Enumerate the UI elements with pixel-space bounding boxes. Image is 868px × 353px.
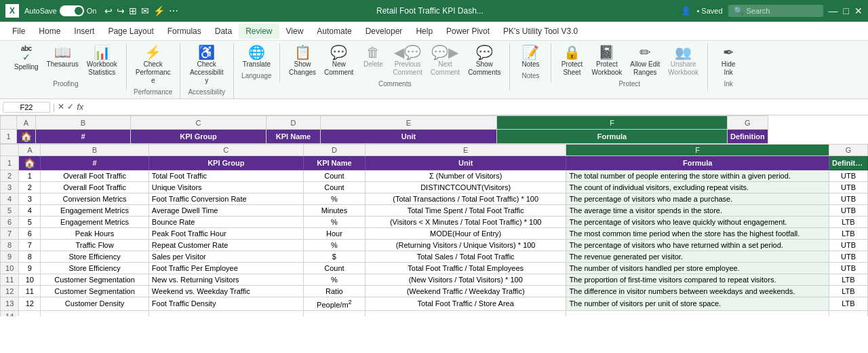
cell-6-b[interactable]: Engagement Metrics <box>41 217 149 228</box>
col-a-header[interactable]: A <box>19 145 41 156</box>
cell-reference-input[interactable]: F22 <box>3 102 50 113</box>
cell-8-a[interactable]: 7 <box>19 240 41 251</box>
table-row[interactable]: 43Conversion MetricsFoot Traffic Convers… <box>1 193 868 205</box>
menu-item-formulas[interactable]: Formulas <box>161 24 208 39</box>
cell-4-f[interactable]: The percentage of visitors who made a pu… <box>566 193 829 205</box>
cell-12-f[interactable]: The difference in visitor numbers betwee… <box>566 286 829 297</box>
more-tools-icon[interactable]: ⋯ <box>169 5 178 16</box>
cell-5-f[interactable]: The average time a visitor spends in the… <box>566 205 829 217</box>
cell-9-c[interactable]: Sales per Visitor <box>149 251 303 263</box>
thesaurus-button[interactable]: 📖 Thesaurus <box>43 43 82 71</box>
col-b-header[interactable]: B <box>41 145 149 156</box>
formula-input[interactable] <box>86 103 865 112</box>
cell-12-a[interactable]: 11 <box>19 286 41 297</box>
cell-10-e[interactable]: Total Foot Traffic / Total Employees <box>366 263 566 274</box>
protect-sheet-button[interactable]: 🔒 Protect Sheet <box>557 43 587 79</box>
cell-2-c[interactable]: Total Foot Traffic <box>149 170 303 182</box>
cell-8-b[interactable]: Traffic Flow <box>41 240 149 251</box>
cell-6-e[interactable]: (Visitors < X Minutes / Total Foot Traff… <box>366 217 566 228</box>
cell-12-c[interactable]: Weekend vs. Weekday Traffic <box>149 286 303 297</box>
menu-item-view[interactable]: View <box>279 24 311 39</box>
cell-11-a[interactable]: 10 <box>19 274 41 286</box>
cell-11-e[interactable]: (New Visitors / Total Visitors) * 100 <box>366 274 566 286</box>
menu-item-utility-tool[interactable]: PK's Utility Tool V3.0 <box>496 24 585 39</box>
col-header-e[interactable]: E <box>321 116 497 130</box>
cell-4-e[interactable]: (Total Transactions / Total Foot Traffic… <box>366 193 566 205</box>
cell-7-b[interactable]: Peak Hours <box>41 228 149 240</box>
close-icon[interactable]: ✕ <box>854 5 863 16</box>
cell-13-g[interactable]: LTB <box>829 297 867 311</box>
cell-11-c[interactable]: New vs. Returning Visitors <box>149 274 303 286</box>
notes-button[interactable]: 📝 Notes <box>515 43 545 71</box>
spelling-button[interactable]: abc ✓ Spelling <box>11 43 42 73</box>
table-row[interactable]: 54Engagement MetricsAverage Dwell TimeMi… <box>1 205 868 217</box>
col-g-header[interactable]: G <box>829 145 867 156</box>
table-row[interactable]: 1211Customer SegmentationWeekend vs. Wee… <box>1 286 868 297</box>
new-comment-button[interactable]: 💬 New Comment <box>321 43 357 79</box>
cell-10-b[interactable]: Store Efficiency <box>41 263 149 274</box>
cell-12-b[interactable]: Customer Segmentation <box>41 286 149 297</box>
table-row[interactable]: 76Peak HoursPeak Foot Traffic HourHourMO… <box>1 228 868 240</box>
cell-13-c[interactable]: Foot Traffic Density <box>149 297 303 311</box>
table-row[interactable]: 1110Customer SegmentationNew vs. Returni… <box>1 274 868 286</box>
cell-5-e[interactable]: Total Time Spent / Total Foot Traffic <box>366 205 566 217</box>
cell-9-a[interactable]: 8 <box>19 251 41 263</box>
cell-10-f[interactable]: The number of visitors handled per store… <box>566 263 829 274</box>
cell-7-f[interactable]: The most common time period when the sto… <box>566 228 829 240</box>
cell-14-e[interactable] <box>366 310 566 316</box>
cell-7-a[interactable]: 6 <box>19 228 41 240</box>
cell-4-b[interactable]: Conversion Metrics <box>41 193 149 205</box>
cell-3-g[interactable]: UTB <box>829 182 867 193</box>
cell-8-d[interactable]: % <box>303 240 365 251</box>
cell-13-d[interactable]: People/m2 <box>303 297 365 311</box>
cell-13-b[interactable]: Customer Density <box>41 297 149 311</box>
cell-9-f[interactable]: The revenue generated per visitor. <box>566 251 829 263</box>
cell-7-c[interactable]: Peak Foot Traffic Hour <box>149 228 303 240</box>
cell-9-b[interactable]: Store Efficiency <box>41 251 149 263</box>
cell-14-c[interactable] <box>149 310 303 316</box>
table-row[interactable]: 65Engagement MetricsBounce Rate%(Visitor… <box>1 217 868 228</box>
cell-9-d[interactable]: $ <box>303 251 365 263</box>
col-header-f[interactable]: F <box>497 116 728 130</box>
col-header-d[interactable]: D <box>267 116 321 130</box>
cell-8-g[interactable]: UTB <box>829 240 867 251</box>
cell-2-d[interactable]: Count <box>303 170 365 182</box>
cell-12-g[interactable]: LTB <box>829 286 867 297</box>
search-box[interactable]: 🔍 <box>728 5 823 17</box>
table-row[interactable]: 21Overall Foot TrafficTotal Foot Traffic… <box>1 170 868 182</box>
cell-7-g[interactable]: LTB <box>829 228 867 240</box>
next-comment-button[interactable]: 💬▶ Next Comment <box>427 43 463 79</box>
menu-item-insert[interactable]: Insert <box>67 24 101 39</box>
cell-10-c[interactable]: Foot Traffic Per Employee <box>149 263 303 274</box>
cell-4-c[interactable]: Foot Traffic Conversion Rate <box>149 193 303 205</box>
spreadsheet[interactable]: A B C D E F G 1 🏠 # KPI Group KPI Name U… <box>0 115 868 316</box>
cell-9-g[interactable]: UTB <box>829 251 867 263</box>
cell-3-c[interactable]: Unique Visitors <box>149 182 303 193</box>
hide-ink-button[interactable]: ✒ Hide Ink <box>713 43 743 79</box>
cell-5-g[interactable]: UTB <box>829 205 867 217</box>
unshare-workbook-button[interactable]: 👥 Unshare Workbook <box>665 43 702 79</box>
check-performance-button[interactable]: ⚡ Check Performance <box>132 43 174 87</box>
cell-10-d[interactable]: Count <box>303 263 365 274</box>
table-row[interactable]: 109Store EfficiencyFoot Traffic Per Empl… <box>1 263 868 274</box>
cell-3-f[interactable]: The count of individual visitors, exclud… <box>566 182 829 193</box>
cell-14-g[interactable] <box>829 310 867 316</box>
cell-4-g[interactable]: UTB <box>829 193 867 205</box>
autosave-toggle[interactable] <box>60 5 84 16</box>
table-row[interactable]: 98Store EfficiencySales per Visitor$Tota… <box>1 251 868 263</box>
cell-13-a[interactable]: 12 <box>19 297 41 311</box>
cell-8-c[interactable]: Repeat Customer Rate <box>149 240 303 251</box>
allow-edit-ranges-button[interactable]: ✏ Allow Edit Ranges <box>627 43 663 79</box>
cell-9-e[interactable]: Total Sales / Total Foot Traffic <box>366 251 566 263</box>
table-row[interactable]: 1312Customer DensityFoot Traffic Density… <box>1 297 868 311</box>
cell-3-a[interactable]: 2 <box>19 182 41 193</box>
cell-2-f[interactable]: The total number of people entering the … <box>566 170 829 182</box>
menu-item-developer[interactable]: Developer <box>359 24 410 39</box>
cell-11-d[interactable]: % <box>303 274 365 286</box>
cell-8-f[interactable]: The percentage of visitors who have retu… <box>566 240 829 251</box>
cell-6-f[interactable]: The percentage of visitors who leave qui… <box>566 217 829 228</box>
cell-11-f[interactable]: The proportion of first-time visitors co… <box>566 274 829 286</box>
cell-7-e[interactable]: MODE(Hour of Entry) <box>366 228 566 240</box>
cell-3-b[interactable]: Overall Foot Traffic <box>41 182 149 193</box>
cell-14-a[interactable] <box>19 310 41 316</box>
